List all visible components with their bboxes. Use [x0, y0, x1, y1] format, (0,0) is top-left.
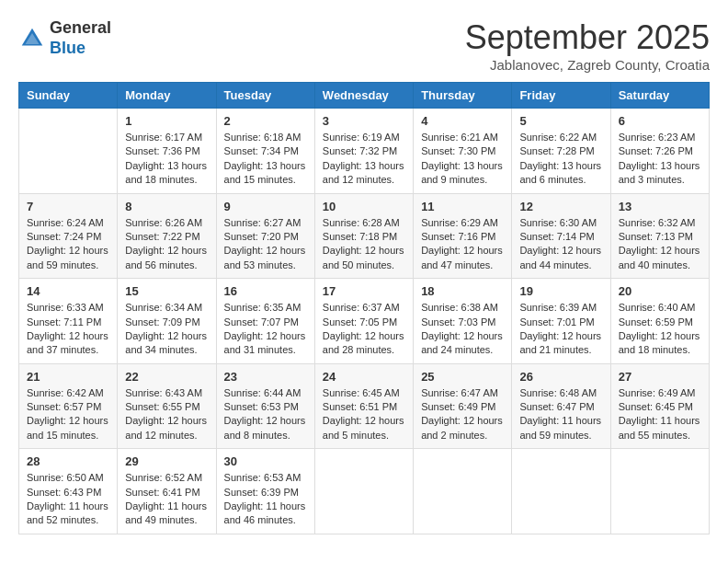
calendar-cell: 15Sunrise: 6:34 AMSunset: 7:09 PMDayligh… [118, 279, 216, 364]
day-number: 15 [125, 284, 208, 298]
day-number: 11 [421, 200, 504, 213]
calendar-cell: 16Sunrise: 6:35 AMSunset: 7:07 PMDayligh… [216, 279, 314, 364]
day-info: Sunrise: 6:35 AMSunset: 7:07 PMDaylight:… [224, 301, 307, 358]
day-info: Sunrise: 6:34 AMSunset: 7:09 PMDaylight:… [125, 301, 208, 358]
calendar-cell: 6Sunrise: 6:23 AMSunset: 7:26 PMDaylight… [610, 109, 709, 194]
day-number: 3 [323, 114, 405, 128]
week-row-3: 21Sunrise: 6:42 AMSunset: 6:57 PMDayligh… [19, 363, 710, 449]
day-number: 17 [323, 284, 405, 298]
calendar-cell [19, 109, 118, 194]
day-info: Sunrise: 6:32 AMSunset: 7:13 PMDaylight:… [619, 216, 701, 273]
calendar-cell: 25Sunrise: 6:47 AMSunset: 6:49 PMDayligh… [414, 363, 512, 449]
header-tuesday: Tuesday [216, 83, 314, 109]
day-number: 12 [519, 200, 602, 213]
calendar-cell: 19Sunrise: 6:39 AMSunset: 7:01 PMDayligh… [512, 279, 610, 364]
calendar-cell: 2Sunrise: 6:18 AMSunset: 7:34 PMDaylight… [216, 109, 314, 194]
week-row-1: 7Sunrise: 6:24 AMSunset: 7:24 PMDaylight… [19, 193, 710, 279]
day-info: Sunrise: 6:48 AMSunset: 6:47 PMDaylight:… [519, 386, 602, 443]
day-info: Sunrise: 6:19 AMSunset: 7:32 PMDaylight:… [323, 131, 405, 188]
day-number: 26 [519, 370, 602, 384]
day-number: 23 [224, 370, 307, 384]
week-row-0: 1Sunrise: 6:17 AMSunset: 7:36 PMDaylight… [19, 109, 710, 194]
day-number: 16 [224, 284, 307, 298]
day-info: Sunrise: 6:18 AMSunset: 7:34 PMDaylight:… [224, 131, 307, 188]
calendar-cell: 21Sunrise: 6:42 AMSunset: 6:57 PMDayligh… [19, 363, 118, 449]
day-number: 25 [421, 370, 504, 384]
calendar-cell: 5Sunrise: 6:22 AMSunset: 7:28 PMDaylight… [512, 109, 610, 194]
calendar-cell: 18Sunrise: 6:38 AMSunset: 7:03 PMDayligh… [414, 279, 512, 364]
day-info: Sunrise: 6:44 AMSunset: 6:53 PMDaylight:… [224, 386, 307, 443]
calendar-cell: 12Sunrise: 6:30 AMSunset: 7:14 PMDayligh… [512, 193, 610, 279]
day-info: Sunrise: 6:22 AMSunset: 7:28 PMDaylight:… [519, 131, 602, 188]
day-info: Sunrise: 6:38 AMSunset: 7:03 PMDaylight:… [421, 301, 504, 358]
header-monday: Monday [118, 83, 216, 109]
calendar-cell [610, 449, 709, 534]
day-number: 5 [519, 114, 602, 128]
day-number: 27 [619, 370, 701, 384]
day-number: 2 [224, 114, 307, 128]
calendar-cell: 8Sunrise: 6:26 AMSunset: 7:22 PMDaylight… [118, 193, 216, 279]
day-number: 8 [125, 200, 208, 213]
day-info: Sunrise: 6:21 AMSunset: 7:30 PMDaylight:… [421, 131, 504, 188]
day-info: Sunrise: 6:29 AMSunset: 7:16 PMDaylight:… [421, 216, 504, 273]
calendar-cell: 9Sunrise: 6:27 AMSunset: 7:20 PMDaylight… [216, 193, 314, 279]
header-friday: Friday [512, 83, 610, 109]
month-title: September 2025 [465, 18, 710, 57]
calendar-cell: 11Sunrise: 6:29 AMSunset: 7:16 PMDayligh… [414, 193, 512, 279]
week-row-2: 14Sunrise: 6:33 AMSunset: 7:11 PMDayligh… [19, 279, 710, 364]
day-number: 13 [619, 200, 701, 213]
day-number: 18 [421, 284, 504, 298]
day-info: Sunrise: 6:24 AMSunset: 7:24 PMDaylight:… [27, 216, 109, 273]
calendar-cell [314, 449, 413, 534]
day-info: Sunrise: 6:47 AMSunset: 6:49 PMDaylight:… [421, 386, 504, 443]
day-info: Sunrise: 6:52 AMSunset: 6:41 PMDaylight:… [125, 471, 208, 528]
calendar-cell: 17Sunrise: 6:37 AMSunset: 7:05 PMDayligh… [314, 279, 413, 364]
calendar-header: SundayMondayTuesdayWednesdayThursdayFrid… [19, 83, 710, 109]
day-number: 14 [27, 284, 109, 298]
day-number: 24 [323, 370, 405, 384]
header-sunday: Sunday [19, 83, 118, 109]
day-info: Sunrise: 6:26 AMSunset: 7:22 PMDaylight:… [125, 216, 208, 273]
day-number: 21 [27, 370, 109, 384]
calendar-cell: 14Sunrise: 6:33 AMSunset: 7:11 PMDayligh… [19, 279, 118, 364]
day-info: Sunrise: 6:49 AMSunset: 6:45 PMDaylight:… [619, 386, 701, 443]
header-row: SundayMondayTuesdayWednesdayThursdayFrid… [19, 83, 710, 109]
week-row-4: 28Sunrise: 6:50 AMSunset: 6:43 PMDayligh… [19, 449, 710, 534]
calendar-cell [512, 449, 610, 534]
calendar-cell: 13Sunrise: 6:32 AMSunset: 7:13 PMDayligh… [610, 193, 709, 279]
calendar-cell: 20Sunrise: 6:40 AMSunset: 6:59 PMDayligh… [610, 279, 709, 364]
calendar-body: 1Sunrise: 6:17 AMSunset: 7:36 PMDaylight… [19, 109, 710, 534]
calendar-cell: 4Sunrise: 6:21 AMSunset: 7:30 PMDaylight… [414, 109, 512, 194]
calendar-cell: 24Sunrise: 6:45 AMSunset: 6:51 PMDayligh… [314, 363, 413, 449]
day-info: Sunrise: 6:43 AMSunset: 6:55 PMDaylight:… [125, 386, 208, 443]
day-info: Sunrise: 6:40 AMSunset: 6:59 PMDaylight:… [619, 301, 701, 358]
day-number: 20 [619, 284, 701, 298]
day-number: 29 [125, 454, 208, 468]
header-thursday: Thursday [414, 83, 512, 109]
day-number: 28 [27, 454, 109, 468]
header-saturday: Saturday [610, 83, 709, 109]
day-info: Sunrise: 6:17 AMSunset: 7:36 PMDaylight:… [125, 131, 208, 188]
calendar-cell: 10Sunrise: 6:28 AMSunset: 7:18 PMDayligh… [314, 193, 413, 279]
day-info: Sunrise: 6:23 AMSunset: 7:26 PMDaylight:… [619, 131, 701, 188]
day-info: Sunrise: 6:39 AMSunset: 7:01 PMDaylight:… [519, 301, 602, 358]
calendar-cell: 3Sunrise: 6:19 AMSunset: 7:32 PMDaylight… [314, 109, 413, 194]
calendar-cell: 23Sunrise: 6:44 AMSunset: 6:53 PMDayligh… [216, 363, 314, 449]
calendar-table: SundayMondayTuesdayWednesdayThursdayFrid… [18, 82, 710, 534]
day-number: 10 [323, 200, 405, 213]
day-info: Sunrise: 6:27 AMSunset: 7:20 PMDaylight:… [224, 216, 307, 273]
day-info: Sunrise: 6:33 AMSunset: 7:11 PMDaylight:… [27, 301, 109, 358]
day-info: Sunrise: 6:42 AMSunset: 6:57 PMDaylight:… [27, 386, 109, 443]
calendar-cell: 22Sunrise: 6:43 AMSunset: 6:55 PMDayligh… [118, 363, 216, 449]
day-number: 30 [224, 454, 307, 468]
title-block: September 2025 Jablanovec, Zagreb County… [465, 18, 710, 73]
day-info: Sunrise: 6:37 AMSunset: 7:05 PMDaylight:… [323, 301, 405, 358]
calendar-cell: 29Sunrise: 6:52 AMSunset: 6:41 PMDayligh… [118, 449, 216, 534]
logo-text: General Blue [50, 18, 111, 58]
calendar-cell: 7Sunrise: 6:24 AMSunset: 7:24 PMDaylight… [19, 193, 118, 279]
calendar-cell: 1Sunrise: 6:17 AMSunset: 7:36 PMDaylight… [118, 109, 216, 194]
page-header: General Blue September 2025 Jablanovec, … [18, 18, 710, 73]
day-number: 1 [125, 114, 208, 128]
calendar-cell: 27Sunrise: 6:49 AMSunset: 6:45 PMDayligh… [610, 363, 709, 449]
day-info: Sunrise: 6:53 AMSunset: 6:39 PMDaylight:… [224, 471, 307, 528]
